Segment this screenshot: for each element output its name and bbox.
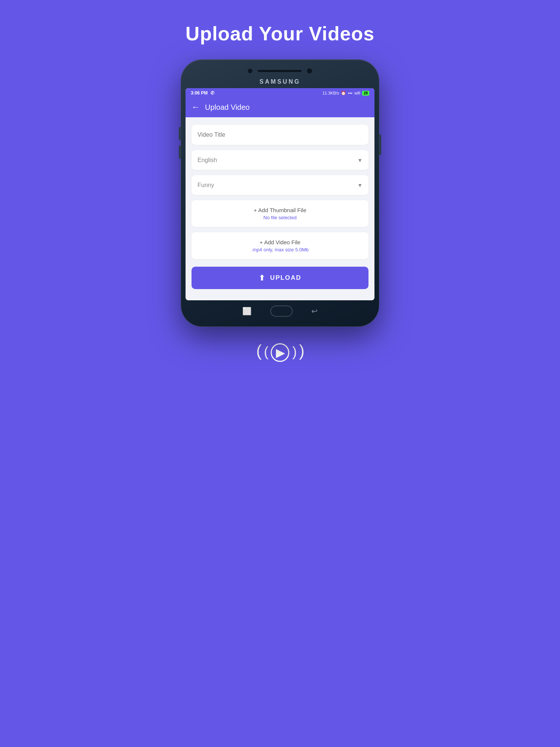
logo-right-parens: ) xyxy=(299,341,304,360)
language-select[interactable]: English Spanish French German xyxy=(192,150,368,170)
power-button xyxy=(379,134,381,155)
add-thumbnail-field[interactable]: + Add Thumbnail File No file selected xyxy=(192,200,368,227)
status-left: 3:06 PM ✆ xyxy=(191,90,214,96)
bottom-logo: ( ( ▶ ) ) xyxy=(256,341,304,362)
screen-content: English Spanish French German ▼ Funny Sp… xyxy=(186,117,374,300)
time-display: 3:06 PM xyxy=(191,90,208,96)
phone-top-bar xyxy=(186,65,374,78)
battery-display: 28 xyxy=(362,91,369,96)
recent-apps-button[interactable]: ⬜ xyxy=(242,307,252,316)
video-hint-label: .mp4 only, max size 5.0Mb xyxy=(197,247,363,252)
speaker-grille xyxy=(257,69,302,72)
phone-icon: ✆ xyxy=(211,90,214,96)
wifi-icon: wifi xyxy=(354,91,360,95)
app-bar: ← Upload Video xyxy=(186,98,374,117)
logo-play-icon: ▶ xyxy=(271,343,289,362)
status-right: 11.3KB/s ⏰ ▪▪▪ wifi 28 xyxy=(323,91,369,96)
add-thumbnail-label: + Add Thumbnail File xyxy=(197,207,363,213)
app-bar-title: Upload Video xyxy=(205,103,250,112)
language-field: English Spanish French German ▼ xyxy=(192,150,368,170)
volume-down-button xyxy=(179,146,181,159)
thumbnail-no-file-label: No file selected xyxy=(197,215,363,220)
volume-up-button xyxy=(179,127,181,140)
brand-label: SAMSUNG xyxy=(186,78,374,85)
logo-inner-left-parens: ( xyxy=(264,344,268,359)
back-nav-button[interactable]: ↩ xyxy=(311,307,318,316)
speed-display: 11.3KB/s xyxy=(323,91,339,95)
upload-button[interactable]: ⬆ UPLOAD xyxy=(192,267,368,289)
phone-shell: SAMSUNG 3:06 PM ✆ 11.3KB/s ⏰ ▪▪▪ wifi 28… xyxy=(181,60,379,326)
phone-screen: 3:06 PM ✆ 11.3KB/s ⏰ ▪▪▪ wifi 28 ← Uploa… xyxy=(186,88,374,300)
logo-inner-right-parens: ) xyxy=(292,344,296,359)
language-select-wrapper: English Spanish French German ▼ xyxy=(192,150,368,170)
video-title-input[interactable] xyxy=(192,125,368,145)
add-video-label: + Add Video File xyxy=(197,239,363,245)
add-video-field[interactable]: + Add Video File .mp4 only, max size 5.0… xyxy=(192,232,368,259)
phone-bottom-nav: ⬜ ↩ xyxy=(186,300,374,321)
back-button[interactable]: ← xyxy=(192,102,200,112)
logo-left-parens: ( xyxy=(256,341,261,360)
alarm-icon: ⏰ xyxy=(341,91,346,96)
upload-icon: ⬆ xyxy=(259,273,266,282)
page-title: Upload Your Videos xyxy=(186,22,374,45)
category-select-wrapper: Funny Sports Music Education ▼ xyxy=(192,175,368,195)
front-camera-dot xyxy=(248,68,253,74)
upload-button-label: UPLOAD xyxy=(270,274,302,282)
category-field: Funny Sports Music Education ▼ xyxy=(192,175,368,195)
front-camera xyxy=(307,68,312,74)
video-title-field xyxy=(192,125,368,145)
home-button[interactable] xyxy=(270,306,293,317)
status-bar: 3:06 PM ✆ 11.3KB/s ⏰ ▪▪▪ wifi 28 xyxy=(186,88,374,98)
signal-icon: ▪▪▪ xyxy=(348,91,352,95)
category-select[interactable]: Funny Sports Music Education xyxy=(192,175,368,195)
